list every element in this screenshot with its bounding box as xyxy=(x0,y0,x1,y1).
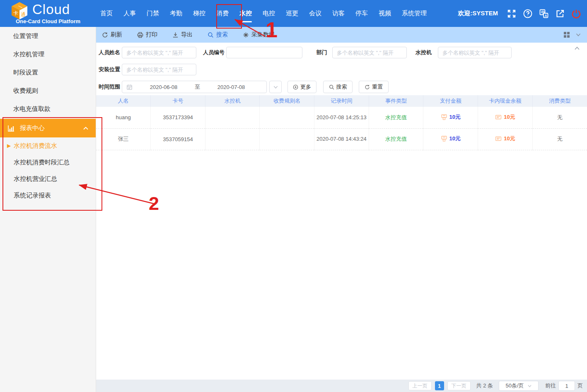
nav-item-patrol[interactable]: 巡更 xyxy=(285,7,299,20)
translate-icon[interactable]: 中 A xyxy=(539,9,549,19)
person-no-input[interactable] xyxy=(226,47,302,58)
collect-data-button[interactable]: 采集数据 xyxy=(243,31,275,38)
cell-event: 水控充值 xyxy=(369,128,423,150)
person-no-label: 人员编号 xyxy=(200,47,225,58)
end-date-value[interactable]: 2020-07-08 xyxy=(200,84,262,90)
next-page-button[interactable]: 下一页 xyxy=(447,381,471,390)
nav-item-attendance[interactable]: 考勤 xyxy=(169,7,183,20)
card-icon xyxy=(495,114,502,120)
page-size-select[interactable]: 50条/页 xyxy=(499,381,539,391)
cell-type: 无 xyxy=(532,107,587,128)
collapse-panel-icon[interactable] xyxy=(574,45,580,52)
cell-device xyxy=(205,128,260,150)
cell-pay: 10元 xyxy=(423,128,478,150)
sidebar-item-location-management[interactable]: 位置管理 xyxy=(0,27,96,45)
cell-card: 3537059154 xyxy=(151,128,205,150)
water-device-input[interactable] xyxy=(438,47,512,58)
cell-name: 张三 xyxy=(96,128,151,150)
nav-item-meeting[interactable]: 会议 xyxy=(308,7,322,20)
column-header-time[interactable]: 记录时间 xyxy=(314,95,369,107)
chevron-down-icon xyxy=(273,84,278,90)
svg-text:A: A xyxy=(544,13,547,17)
print-button[interactable]: 打印 xyxy=(137,31,157,38)
export-icon xyxy=(172,32,179,38)
nav-item-visitor[interactable]: 访客 xyxy=(331,7,345,20)
sidebar-item-water-device-management[interactable]: 水控机管理 xyxy=(0,45,96,63)
goto-page: 前往 页 xyxy=(545,381,583,391)
chevron-down-icon[interactable] xyxy=(575,32,581,38)
sidebar-subitem-consumption-period-summary[interactable]: 水控机消费时段汇总 xyxy=(0,154,96,171)
main-content: 刷新 打印 导出 搜索 xyxy=(96,27,587,392)
export-button[interactable]: 导出 xyxy=(172,31,193,38)
reset-button[interactable]: 重置 xyxy=(359,81,389,93)
toolbar-search-button[interactable]: 搜索 xyxy=(208,31,228,38)
nav-item-electric-control[interactable]: 电控 xyxy=(262,7,276,20)
column-header-event[interactable]: 事件类型 xyxy=(369,95,423,107)
table-row[interactable]: 张三 3537059154 2020-07-08 14:43:24 水控充值 1… xyxy=(96,128,587,150)
cell-balance: 10元 xyxy=(478,107,533,128)
department-input[interactable] xyxy=(332,47,407,58)
brand-name: Cloud xyxy=(32,2,70,17)
help-icon[interactable] xyxy=(523,9,533,19)
date-range-picker[interactable]: 2020-06-08 至 2020-07-08 xyxy=(122,81,267,93)
subitem-label: 系统记录报表 xyxy=(14,192,51,199)
sidebar-subitem-consumption-flow[interactable]: ▶ 水控机消费流水 xyxy=(0,137,96,154)
recharge-machine-icon xyxy=(441,114,447,120)
cell-time: 2020-07-08 14:43:24 xyxy=(314,128,369,150)
nav-item-access-control[interactable]: 门禁 xyxy=(146,7,160,20)
install-location-input[interactable] xyxy=(122,64,196,75)
subitem-label: 水控机营业汇总 xyxy=(14,175,57,182)
nav-item-consumption[interactable]: 消费 xyxy=(215,7,229,20)
search-button[interactable]: 搜索 xyxy=(323,81,353,93)
column-header-balance[interactable]: 卡内现金余额 xyxy=(478,95,533,107)
nav-item-system-management[interactable]: 系统管理 xyxy=(401,7,428,20)
sidebar-subitem-business-summary[interactable]: 水控机营业汇总 xyxy=(0,171,96,187)
nav-item-parking[interactable]: 停车 xyxy=(355,7,369,20)
cell-balance: 10元 xyxy=(478,128,533,150)
nav-item-home[interactable]: 首页 xyxy=(99,7,114,20)
nav-item-video[interactable]: 视频 xyxy=(378,7,392,20)
column-header-pay[interactable]: 支付金额 xyxy=(423,95,478,107)
grid-view-icon[interactable] xyxy=(564,32,570,38)
goto-page-input[interactable] xyxy=(558,381,575,391)
external-link-icon[interactable] xyxy=(555,9,565,19)
table-row[interactable]: huang 3537173394 2020-07-08 14:25:13 水控充… xyxy=(96,107,587,128)
column-header-rule[interactable]: 收费规则名 xyxy=(260,95,314,107)
column-header-card[interactable]: 卡号 xyxy=(151,95,205,107)
subitem-label: 水控机消费时段汇总 xyxy=(14,159,70,166)
sidebar-item-report-center[interactable]: 报表中心 xyxy=(0,119,96,137)
svg-text:通: 通 xyxy=(21,12,26,17)
sidebar: 位置管理 水控机管理 时段设置 收费规则 水电充值取款 报表中心 ▶ 水控机消费… xyxy=(0,27,96,392)
page-number-button[interactable]: 1 xyxy=(435,381,444,390)
print-icon xyxy=(137,32,143,38)
subitem-label: 水控机消费流水 xyxy=(14,142,57,149)
goto-label: 前往 xyxy=(545,382,556,390)
fullscreen-icon[interactable] xyxy=(507,9,517,19)
column-header-device[interactable]: 水控机 xyxy=(205,95,260,107)
toolbar: 刷新 打印 导出 搜索 xyxy=(96,27,587,43)
nav-item-personnel[interactable]: 人事 xyxy=(123,7,137,20)
sidebar-item-charge-rules[interactable]: 收费规则 xyxy=(0,82,96,100)
sidebar-item-time-period-settings[interactable]: 时段设置 xyxy=(0,63,96,82)
reset-icon xyxy=(365,84,370,90)
date-options-button[interactable] xyxy=(269,81,282,93)
start-date-value[interactable]: 2020-06-08 xyxy=(133,84,195,90)
cell-time: 2020-07-08 14:25:13 xyxy=(314,107,369,128)
power-icon[interactable] xyxy=(571,9,581,19)
sidebar-subitem-system-records[interactable]: 系统记录报表 xyxy=(0,187,96,204)
search-icon xyxy=(208,32,214,38)
sidebar-item-recharge-withdraw[interactable]: 水电充值取款 xyxy=(0,100,96,118)
goto-suffix: 页 xyxy=(577,382,583,390)
more-button[interactable]: 更多 xyxy=(287,81,316,93)
cell-rule xyxy=(260,128,314,150)
column-header-type[interactable]: 消费类型 xyxy=(532,95,587,107)
column-header-name[interactable]: 人名 xyxy=(96,95,151,107)
collect-data-icon xyxy=(243,32,249,38)
person-name-input[interactable] xyxy=(122,47,196,58)
nav-item-elevator[interactable]: 梯控 xyxy=(192,7,206,20)
person-name-label: 人员姓名 xyxy=(97,47,120,58)
nav-item-water-control[interactable]: 水控 xyxy=(239,7,253,20)
refresh-button[interactable]: 刷新 xyxy=(102,31,122,38)
prev-page-button[interactable]: 上一页 xyxy=(408,381,432,390)
cell-event: 水控充值 xyxy=(369,107,423,128)
